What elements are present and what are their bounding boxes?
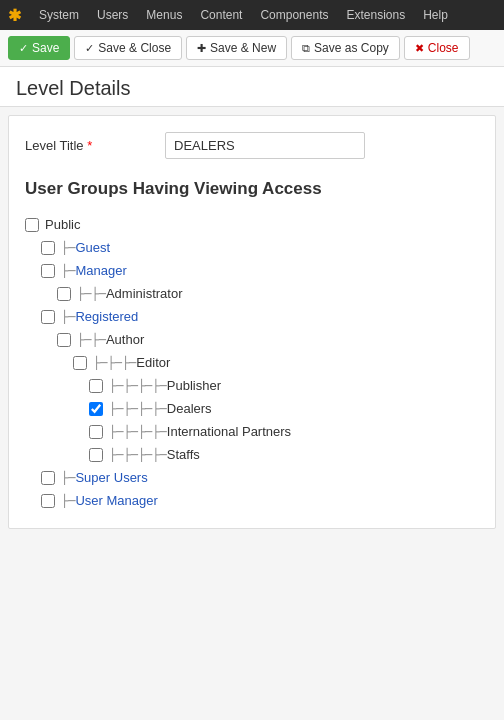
group-checkbox-international-partners[interactable] — [89, 425, 103, 439]
list-item: Public — [25, 213, 479, 236]
groups-section-title: User Groups Having Viewing Access — [25, 175, 479, 199]
page-title: Level Details — [16, 77, 488, 100]
nav-components[interactable]: Components — [252, 4, 336, 26]
group-label[interactable]: Public — [45, 217, 80, 232]
nav-users[interactable]: Users — [89, 4, 136, 26]
main-content: Level Title * User Groups Having Viewing… — [8, 115, 496, 529]
group-checkbox-administrator[interactable] — [57, 287, 71, 301]
nav-menus[interactable]: Menus — [138, 4, 190, 26]
save-new-icon: ✚ — [197, 42, 206, 55]
group-checkbox-guest[interactable] — [41, 241, 55, 255]
list-item: ├─User Manager — [25, 489, 479, 512]
nav-content[interactable]: Content — [192, 4, 250, 26]
group-checkbox-dealers[interactable] — [89, 402, 103, 416]
required-marker: * — [87, 138, 92, 153]
joomla-logo: ✱ — [8, 6, 21, 25]
group-label[interactable]: ├─├─Administrator — [77, 286, 182, 301]
list-item: ├─├─├─Editor — [25, 351, 479, 374]
top-navigation: ✱ System Users Menus Content Components … — [0, 0, 504, 30]
list-item: ├─├─├─├─International Partners — [25, 420, 479, 443]
group-checkbox-manager[interactable] — [41, 264, 55, 278]
group-checkbox-author[interactable] — [57, 333, 71, 347]
save-icon: ✓ — [19, 42, 28, 55]
nav-help[interactable]: Help — [415, 4, 456, 26]
list-item: ├─├─Author — [25, 328, 479, 351]
list-item: ├─Registered — [25, 305, 479, 328]
list-item: ├─Guest — [25, 236, 479, 259]
nav-system[interactable]: System — [31, 4, 87, 26]
group-label[interactable]: ├─├─├─├─Staffs — [109, 447, 200, 462]
user-groups-section: User Groups Having Viewing Access Public… — [25, 175, 479, 512]
save-close-button[interactable]: ✓ Save & Close — [74, 36, 182, 60]
group-checkbox-editor[interactable] — [73, 356, 87, 370]
group-checkbox-user-manager[interactable] — [41, 494, 55, 508]
group-label[interactable]: ├─├─├─├─Publisher — [109, 378, 221, 393]
save-copy-icon: ⧉ — [302, 42, 310, 55]
save-close-icon: ✓ — [85, 42, 94, 55]
group-label[interactable]: ├─├─├─├─Dealers — [109, 401, 212, 416]
save-copy-button[interactable]: ⧉ Save as Copy — [291, 36, 400, 60]
group-checkbox-staffs[interactable] — [89, 448, 103, 462]
level-title-label: Level Title * — [25, 138, 165, 153]
groups-list: Public├─Guest├─Manager├─├─Administrator├… — [25, 213, 479, 512]
close-button[interactable]: ✖ Close — [404, 36, 470, 60]
close-icon: ✖ — [415, 42, 424, 55]
toolbar: ✓ Save ✓ Save & Close ✚ Save & New ⧉ Sav… — [0, 30, 504, 67]
group-label[interactable]: ├─Super Users — [61, 470, 148, 485]
list-item: ├─Super Users — [25, 466, 479, 489]
nav-extensions[interactable]: Extensions — [338, 4, 413, 26]
save-button[interactable]: ✓ Save — [8, 36, 70, 60]
group-checkbox-public[interactable] — [25, 218, 39, 232]
group-label[interactable]: ├─User Manager — [61, 493, 158, 508]
group-label[interactable]: ├─├─├─Editor — [93, 355, 170, 370]
group-label[interactable]: ├─Manager — [61, 263, 127, 278]
list-item: ├─Manager — [25, 259, 479, 282]
group-checkbox-super-users[interactable] — [41, 471, 55, 485]
save-new-button[interactable]: ✚ Save & New — [186, 36, 287, 60]
group-label[interactable]: ├─Guest — [61, 240, 110, 255]
list-item: ├─├─Administrator — [25, 282, 479, 305]
group-checkbox-registered[interactable] — [41, 310, 55, 324]
level-title-input[interactable] — [165, 132, 365, 159]
group-checkbox-publisher[interactable] — [89, 379, 103, 393]
group-label[interactable]: ├─Registered — [61, 309, 138, 324]
group-label[interactable]: ├─├─├─├─International Partners — [109, 424, 291, 439]
list-item: ├─├─├─├─Staffs — [25, 443, 479, 466]
list-item: ├─├─├─├─Dealers — [25, 397, 479, 420]
page-header: Level Details — [0, 67, 504, 107]
list-item: ├─├─├─├─Publisher — [25, 374, 479, 397]
group-label[interactable]: ├─├─Author — [77, 332, 144, 347]
level-title-row: Level Title * — [25, 132, 479, 159]
